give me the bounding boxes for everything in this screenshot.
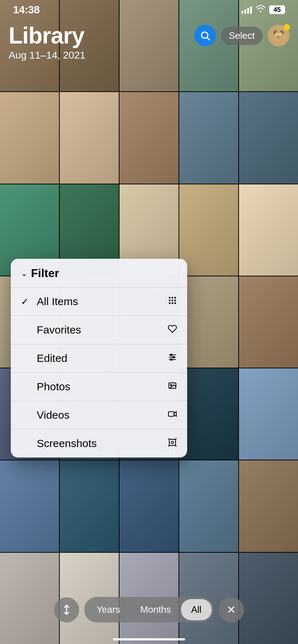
- photo-cell[interactable]: [179, 460, 238, 552]
- photo-cell[interactable]: [119, 92, 179, 183]
- filter-label-3: Photos: [37, 381, 70, 393]
- filter-checkmark-0: ✓: [21, 296, 32, 307]
- filter-label-0: All Items: [37, 295, 78, 308]
- svg-rect-19: [172, 302, 173, 304]
- time-btn-years[interactable]: Years: [86, 599, 130, 620]
- svg-rect-20: [174, 302, 176, 304]
- filter-label-2: Edited: [37, 352, 67, 364]
- svg-rect-30: [169, 439, 175, 445]
- svg-rect-18: [169, 302, 170, 304]
- filter-item-favorites[interactable]: Favorites: [11, 316, 187, 344]
- time-btn-months[interactable]: Months: [130, 599, 181, 620]
- filter-label-4: Videos: [37, 409, 69, 421]
- filter-icon-photo: [168, 381, 177, 393]
- photo-cell[interactable]: [239, 460, 298, 552]
- photo-cell[interactable]: [239, 276, 298, 368]
- header: Library Select: [0, 19, 298, 65]
- photo-cell[interactable]: [179, 92, 238, 183]
- filter-item-photos[interactable]: Photos: [11, 373, 187, 401]
- svg-point-8: [277, 35, 278, 36]
- filter-label-5: Screenshots: [37, 437, 97, 450]
- svg-point-9: [280, 35, 281, 36]
- svg-rect-16: [172, 299, 173, 301]
- svg-point-28: [171, 384, 172, 385]
- photo-cell[interactable]: [0, 460, 59, 552]
- filter-item-all-items[interactable]: ✓All Items: [11, 288, 187, 316]
- status-bar: 14:38 45: [0, 0, 298, 19]
- time-group: YearsMonthsAll: [84, 597, 214, 622]
- svg-rect-29: [168, 411, 174, 416]
- search-button[interactable]: [194, 25, 216, 46]
- svg-point-31: [171, 441, 174, 443]
- avatar-image: [271, 28, 286, 43]
- filter-item-screenshots[interactable]: Screenshots: [11, 429, 187, 457]
- filter-icon-video: [168, 409, 177, 421]
- filter-icon-screenshot: [168, 438, 177, 450]
- page-title: Library: [9, 22, 84, 49]
- photo-cell[interactable]: [239, 92, 298, 183]
- avatar[interactable]: [268, 25, 289, 46]
- filter-item-videos[interactable]: Videos: [11, 401, 187, 429]
- svg-rect-15: [169, 299, 170, 301]
- filter-title: Filter: [31, 267, 59, 280]
- svg-rect-13: [172, 297, 173, 298]
- photo-cell[interactable]: [179, 276, 238, 368]
- svg-line-35: [176, 445, 176, 446]
- status-time: 14:38: [13, 4, 40, 16]
- photo-cell[interactable]: [179, 368, 238, 460]
- time-btn-all[interactable]: All: [181, 599, 212, 620]
- photo-cell[interactable]: [0, 92, 59, 183]
- photo-cell[interactable]: [239, 368, 298, 460]
- wifi-icon: [256, 5, 266, 15]
- home-indicator: [113, 638, 185, 640]
- filter-header[interactable]: ⌄Filter: [11, 259, 187, 287]
- filter-item-edited[interactable]: Edited: [11, 344, 187, 372]
- avatar-badge: [284, 24, 290, 31]
- bottom-toolbar: YearsMonthsAll ✕: [0, 597, 298, 622]
- svg-rect-17: [174, 299, 176, 301]
- svg-line-33: [176, 438, 176, 439]
- svg-point-24: [171, 354, 172, 355]
- filter-label-1: Favorites: [37, 324, 81, 336]
- sort-button[interactable]: [54, 597, 79, 622]
- filter-icon-sliders: [168, 353, 177, 364]
- filter-dropdown: ⌄Filter✓All ItemsFavoritesEditedPhotosVi…: [11, 259, 187, 457]
- header-actions: Select: [194, 25, 289, 46]
- signal-icon: [241, 6, 252, 14]
- photo-cell[interactable]: [239, 184, 298, 276]
- photo-cell[interactable]: [179, 184, 238, 276]
- close-button[interactable]: ✕: [219, 597, 244, 622]
- svg-point-25: [173, 356, 174, 358]
- battery-icon: 45: [269, 5, 285, 14]
- filter-icon-heart: [168, 324, 177, 336]
- svg-point-26: [171, 359, 172, 360]
- select-button[interactable]: Select: [221, 27, 263, 45]
- photo-cell[interactable]: [60, 460, 119, 552]
- svg-point-11: [278, 37, 279, 38]
- header-date: Aug 11–14, 2021: [9, 50, 289, 61]
- status-icons: 45: [241, 5, 285, 15]
- photo-cell[interactable]: [119, 460, 179, 552]
- photo-cell[interactable]: [60, 92, 119, 183]
- filter-chevron-icon: ⌄: [21, 269, 27, 278]
- svg-line-1: [207, 38, 209, 40]
- filter-icon-grid: [168, 296, 177, 308]
- svg-line-32: [168, 438, 169, 439]
- svg-line-34: [168, 445, 169, 446]
- svg-rect-12: [169, 297, 170, 298]
- search-icon: [200, 30, 211, 41]
- svg-rect-14: [174, 297, 176, 298]
